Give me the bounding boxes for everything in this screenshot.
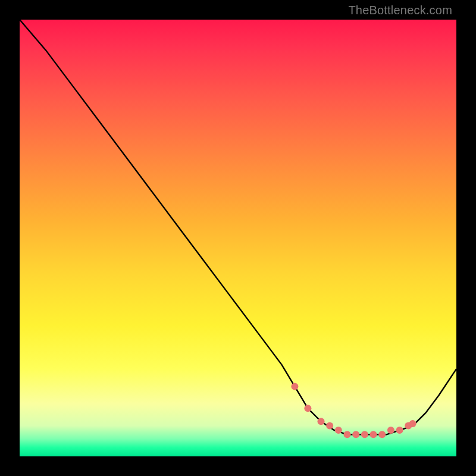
curve-markers: [291, 383, 416, 439]
curve-marker: [352, 431, 359, 438]
bottleneck-curve: [20, 20, 456, 434]
curve-marker: [344, 431, 351, 438]
curve-marker: [304, 405, 311, 412]
curve-layer: [20, 20, 456, 456]
curve-marker: [335, 427, 342, 434]
curve-marker: [396, 427, 403, 434]
curve-marker: [370, 431, 377, 438]
curve-marker: [387, 427, 394, 434]
curve-marker: [318, 418, 325, 425]
curve-marker: [326, 422, 333, 430]
plot-area: [20, 20, 456, 456]
watermark-text: TheBottleneck.com: [348, 4, 452, 17]
curve-marker: [361, 431, 368, 438]
curve-marker: [291, 383, 298, 390]
curve-marker: [378, 431, 386, 438]
chart-frame: TheBottleneck.com: [0, 0, 476, 476]
curve-marker: [409, 420, 416, 427]
